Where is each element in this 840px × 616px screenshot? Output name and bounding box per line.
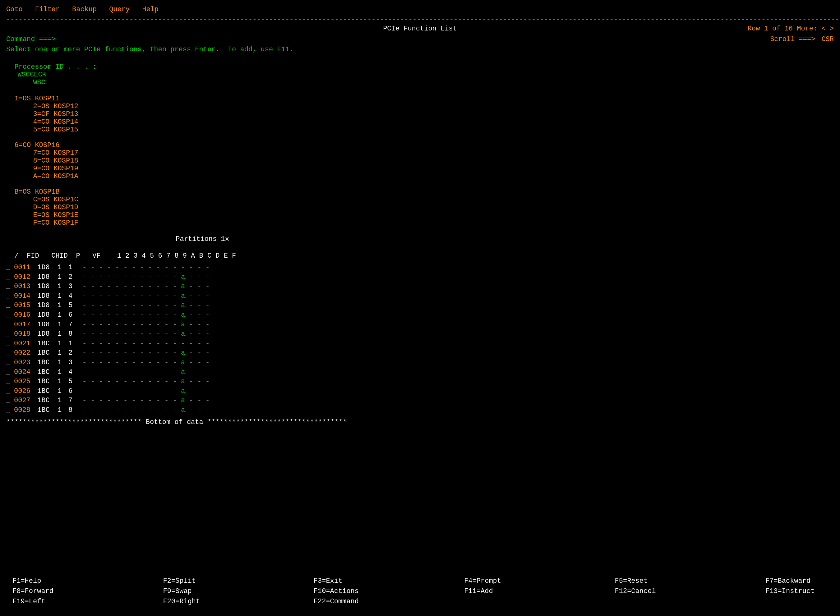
row-fid: 0013 <box>14 282 37 291</box>
row-chid: 1D8 <box>37 330 57 339</box>
partitions-header: -------- Partitions 1x -------- <box>6 227 834 243</box>
fkey-item[interactable]: F7=Backward <box>765 577 828 585</box>
func-8-key: 8=CO <box>33 157 53 165</box>
row-selector[interactable]: _ <box>6 406 14 415</box>
row-partitions: - - - - - - - - - - - - a - - - <box>82 368 207 377</box>
row-partitions: - - - - - - - - - - - - a - - - <box>82 292 207 301</box>
table-row[interactable]: _00141D814- - - - - - - - - - - - a - - … <box>6 292 834 301</box>
row-selector[interactable]: _ <box>6 282 14 291</box>
row-selector[interactable]: _ <box>6 377 14 386</box>
row-chid: 1BC <box>37 339 57 348</box>
row-selector[interactable]: _ <box>6 339 14 348</box>
row-partitions: - - - - - - - - - - - - a - - - <box>82 273 207 282</box>
title-line: PCIe Function List Row 1 of 16 More: < > <box>6 23 834 34</box>
row-vf: 4 <box>68 368 82 377</box>
column-headers: / FID CHID P VF 1 2 3 4 5 6 7 8 9 A B C … <box>6 243 834 260</box>
menu-goto[interactable]: Goto <box>6 6 23 13</box>
fkey-item[interactable] <box>464 598 526 606</box>
table-row[interactable]: _00131D813- - - - - - - - - - - - a - - … <box>6 282 834 292</box>
row-selector[interactable]: _ <box>6 349 14 358</box>
table-row[interactable]: _00261BC16- - - - - - - - - - - - a - - … <box>6 387 834 396</box>
func-D-key: D=OS <box>33 204 53 211</box>
table-row[interactable]: _00111D811- - - - - - - - - - - - - - - … <box>6 263 834 273</box>
func-map-row3: B=OS KOSP1B C=OS KOSP1C D=OS KOSP1D E=OS… <box>6 180 834 227</box>
row-vf: 8 <box>68 330 82 339</box>
fkey-item[interactable]: F9=Swap <box>163 587 225 595</box>
scroll-label: Scroll ===> <box>770 35 815 43</box>
row-selector[interactable]: _ <box>6 330 14 339</box>
func-2-key: 2=OS <box>33 103 53 110</box>
func-9-val: KOSP19 <box>53 165 78 173</box>
command-input[interactable] <box>59 35 767 43</box>
table-row[interactable]: _00231BC13- - - - - - - - - - - - a - - … <box>6 358 834 368</box>
fkey-item[interactable]: F10=Actions <box>314 587 376 595</box>
row-fid: 0022 <box>14 349 37 358</box>
fkey-item[interactable]: F3=Exit <box>314 577 376 585</box>
bottom-of-data: ********************************* Bottom… <box>6 417 834 427</box>
func-1-key: 1=OS <box>14 95 35 103</box>
row-vf: 3 <box>68 358 82 367</box>
table-row[interactable]: _00271BC17- - - - - - - - - - - - a - - … <box>6 396 834 406</box>
fkey-item[interactable]: F8=Forward <box>12 587 75 595</box>
row-fid: 0016 <box>14 311 37 320</box>
row-p: 1 <box>57 330 68 339</box>
menu-backup[interactable]: Backup <box>72 6 97 13</box>
row-selector[interactable]: _ <box>6 368 14 377</box>
func-5-val: KOSP15 <box>53 126 78 133</box>
table-row[interactable]: _00151D815- - - - - - - - - - - - a - - … <box>6 301 834 311</box>
menu-help[interactable]: Help <box>142 6 159 13</box>
func-B-key: B=OS <box>14 188 35 196</box>
row-selector[interactable]: _ <box>6 320 14 330</box>
menu-query[interactable]: Query <box>109 6 130 13</box>
row-p: 1 <box>57 292 68 301</box>
table-row[interactable]: _00121D812- - - - - - - - - - - - a - - … <box>6 273 834 282</box>
row-selector[interactable]: _ <box>6 387 14 396</box>
command-label: Command ===> <box>6 35 55 43</box>
table-row[interactable]: _00221BC12- - - - - - - - - - - - a - - … <box>6 348 834 358</box>
row-selector[interactable]: _ <box>6 292 14 301</box>
row-partitions: - - - - - - - - - - - - a - - - <box>82 406 207 415</box>
row-chid: 1D8 <box>37 273 57 282</box>
row-fid: 0028 <box>14 406 37 415</box>
fkey-item[interactable]: F4=Prompt <box>464 577 526 585</box>
row-vf: 3 <box>68 282 82 291</box>
func-4-key: 4=CO <box>33 118 53 126</box>
row-fid: 0012 <box>14 273 37 282</box>
fkey-item[interactable]: F5=Reset <box>615 577 677 585</box>
fkey-item[interactable]: F13=Instruct <box>765 587 828 595</box>
fkey-item[interactable]: F2=Split <box>163 577 225 585</box>
fkey-item[interactable] <box>615 598 677 606</box>
fkey-item[interactable]: F22=Command <box>314 598 376 606</box>
fkey-item[interactable]: F20=Right <box>163 598 225 606</box>
func-A-key: A=CO <box>33 173 53 180</box>
row-selector[interactable]: _ <box>6 358 14 367</box>
fkey-item[interactable]: F1=Help <box>12 577 75 585</box>
fkey-item[interactable]: F12=Cancel <box>615 587 677 595</box>
row-selector[interactable]: _ <box>6 263 14 272</box>
table-row[interactable]: _00171D817- - - - - - - - - - - - a - - … <box>6 320 834 330</box>
fkey-item[interactable] <box>765 598 828 606</box>
row-fid: 0023 <box>14 358 37 367</box>
fkey-row1: F1=HelpF2=SplitF3=ExitF4=PromptF5=ResetF… <box>12 576 828 586</box>
row-vf: 5 <box>68 301 82 310</box>
row-selector[interactable]: _ <box>6 273 14 282</box>
table-row[interactable]: _00181D818- - - - - - - - - - - - a - - … <box>6 330 834 339</box>
fkey-item[interactable]: F19=Left <box>12 598 75 606</box>
row-selector[interactable]: _ <box>6 301 14 310</box>
row-selector[interactable]: _ <box>6 311 14 320</box>
row-p: 1 <box>57 396 68 405</box>
func-B-val: KOSP1B <box>35 188 59 196</box>
menu-filter[interactable]: Filter <box>35 6 60 13</box>
table-row[interactable]: _00161D816- - - - - - - - - - - - a - - … <box>6 311 834 320</box>
table-body: _00111D811- - - - - - - - - - - - - - - … <box>6 263 834 415</box>
row-selector[interactable]: _ <box>6 396 14 405</box>
table-row[interactable]: _00281BC18- - - - - - - - - - - - a - - … <box>6 406 834 415</box>
row-p: 1 <box>57 387 68 396</box>
fkey-item[interactable]: F11=Add <box>464 587 526 595</box>
row-partitions: - - - - - - - - - - - - - - - - <box>82 339 207 348</box>
table-row[interactable]: _00241BC14- - - - - - - - - - - - a - - … <box>6 368 834 377</box>
row-vf: 7 <box>68 396 82 405</box>
table-row[interactable]: _00251BC15- - - - - - - - - - - - a - - … <box>6 377 834 387</box>
row-chid: 1D8 <box>37 282 57 291</box>
table-row[interactable]: _00211BC11- - - - - - - - - - - - - - - … <box>6 339 834 349</box>
